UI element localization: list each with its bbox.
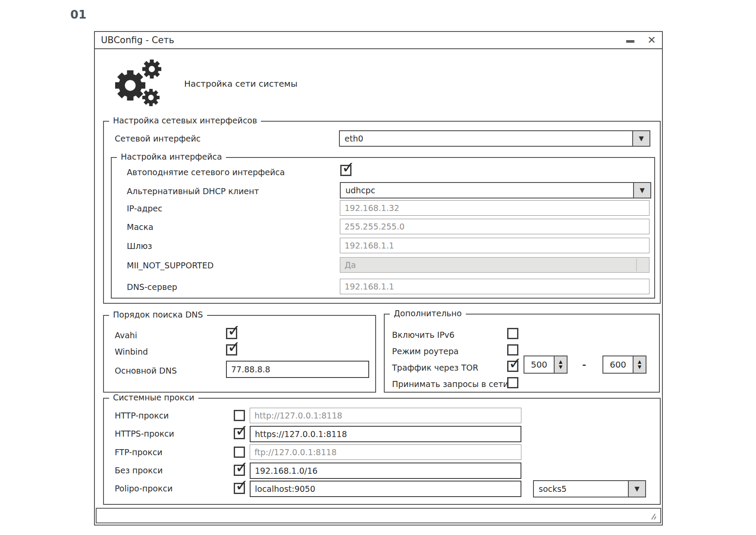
mii-not-supported-value: Да <box>345 260 356 270</box>
chevron-down-icon[interactable]: ▼ <box>632 131 649 146</box>
check-icon: ✓ <box>235 478 248 494</box>
ftp-proxy-label: FTP-прокси <box>115 447 162 457</box>
mii-not-supported-field: Да <box>340 257 649 273</box>
group-system-proxies: Системные прокси HTTP-прокси ✓ HTTPS-про… <box>103 398 661 505</box>
tor-port-to-spinner[interactable]: 600 ▲▼ <box>602 356 646 374</box>
chevron-down-icon[interactable]: ▼ <box>633 183 650 198</box>
interface-select-value: eth0 <box>340 131 632 146</box>
group-network-interfaces: Настройка сетевых интерфейсов Сетевой ин… <box>103 121 661 304</box>
spinner-arrows-icon[interactable]: ▲▼ <box>554 356 567 373</box>
page-annotation: 01 <box>70 8 87 21</box>
ip-address-field[interactable] <box>340 200 649 216</box>
ipv6-label: Включить IPv6 <box>392 330 455 340</box>
ipv6-checkbox[interactable]: ✓ <box>507 328 518 339</box>
interface-label: Сетевой интерфейс <box>115 134 201 143</box>
dhcp-client-select-value: udhcpc <box>341 183 633 198</box>
window-title: UBConfig - Сеть <box>101 35 174 45</box>
no-proxy-checkbox[interactable]: ✓ <box>234 465 245 476</box>
https-proxy-label: HTTPS-прокси <box>115 429 174 438</box>
page-title: Настройка сети системы <box>184 79 298 89</box>
interface-select[interactable]: eth0 ▼ <box>339 130 650 147</box>
dhcp-client-label: Альтернативный DHCP клиент <box>127 186 259 196</box>
accept-requests-checkbox[interactable]: ✓ <box>507 377 518 388</box>
group-dns-order: Порядок поиска DNS Avahi ✓ Winbind ✓ Осн… <box>103 315 376 393</box>
router-mode-label: Режим роутера <box>392 346 458 356</box>
netmask-label: Маска <box>127 222 154 232</box>
ftp-proxy-checkbox[interactable]: ✓ <box>234 447 245 458</box>
tor-port-to-value: 600 <box>603 356 633 373</box>
check-icon: ✓ <box>342 160 355 176</box>
mii-field-divider <box>636 258 637 271</box>
accept-requests-label: Принимать запросы в сети <box>392 379 508 389</box>
check-icon: ✓ <box>227 339 241 355</box>
close-icon[interactable]: ✕ <box>647 35 656 45</box>
auto-up-checkbox[interactable]: ✓ <box>340 165 351 176</box>
no-proxy-label: Без прокси <box>115 466 163 475</box>
check-icon: ✓ <box>235 423 248 439</box>
mii-not-supported-label: MII_NOT_SUPPORTED <box>127 261 213 270</box>
http-proxy-checkbox[interactable]: ✓ <box>234 410 245 421</box>
gateway-field[interactable] <box>340 238 649 253</box>
status-bar <box>96 508 661 523</box>
dns-server-label: DNS-сервер <box>127 282 177 292</box>
titlebar[interactable]: UBConfig - Сеть ✕ <box>95 32 662 49</box>
spinner-arrows-icon[interactable]: ▲▼ <box>633 356 646 373</box>
http-proxy-field[interactable] <box>250 408 521 423</box>
ip-address-label: IP-адрес <box>127 204 162 213</box>
avahi-label: Avahi <box>115 330 137 340</box>
tor-port-from-value: 500 <box>524 356 554 373</box>
check-icon: ✓ <box>235 459 248 475</box>
tor-traffic-checkbox[interactable]: ✓ <box>507 361 518 372</box>
gateway-label: Шлюз <box>127 241 152 251</box>
winbind-label: Winbind <box>115 347 148 356</box>
group-interface-settings: Настройка интерфейса Автоподнятие сетево… <box>111 157 655 299</box>
ubconfig-window: UBConfig - Сеть ✕ <box>94 31 663 526</box>
check-icon: ✓ <box>227 323 241 339</box>
dns-server-field[interactable] <box>340 279 649 294</box>
ftp-proxy-field[interactable] <box>250 444 521 460</box>
group-interface-settings-legend: Настройка интерфейса <box>117 152 226 161</box>
tor-port-from-spinner[interactable]: 500 ▲▼ <box>524 356 568 374</box>
resize-grip-icon[interactable] <box>649 512 658 521</box>
group-additional-legend: Дополнительно <box>390 308 466 318</box>
winbind-checkbox[interactable]: ✓ <box>226 344 237 356</box>
polipo-proxy-checkbox[interactable]: ✓ <box>234 483 245 494</box>
group-network-interfaces-legend: Настройка сетевых интерфейсов <box>109 116 261 125</box>
group-dns-order-legend: Порядок поиска DNS <box>109 310 207 319</box>
polipo-proxy-field[interactable] <box>250 481 521 497</box>
http-proxy-label: HTTP-прокси <box>115 411 169 420</box>
polipo-proxy-label: Polipo-прокси <box>115 484 173 493</box>
chevron-down-icon[interactable]: ▼ <box>628 481 645 497</box>
https-proxy-field[interactable] <box>250 426 521 442</box>
primary-dns-field[interactable] <box>226 361 369 378</box>
tor-traffic-label: Траффик через TOR <box>392 363 478 372</box>
dhcp-client-select[interactable]: udhcpc ▼ <box>340 182 651 198</box>
netmask-field[interactable] <box>340 219 649 234</box>
polipo-protocol-value: socks5 <box>534 481 628 497</box>
https-proxy-checkbox[interactable]: ✓ <box>234 428 245 439</box>
group-system-proxies-legend: Системные прокси <box>109 393 198 402</box>
gears-icon <box>115 58 164 108</box>
no-proxy-field[interactable] <box>250 463 521 479</box>
group-additional: Дополнительно Включить IPv6 ✓ Режим роут… <box>384 314 660 393</box>
minimize-icon[interactable] <box>626 40 634 43</box>
primary-dns-label: Основной DNS <box>115 366 177 375</box>
port-range-separator: - <box>582 359 586 370</box>
auto-up-label: Автоподнятие сетевого интерфейса <box>127 167 285 177</box>
check-icon: ✓ <box>508 356 522 371</box>
polipo-protocol-select[interactable]: socks5 ▼ <box>533 480 646 497</box>
